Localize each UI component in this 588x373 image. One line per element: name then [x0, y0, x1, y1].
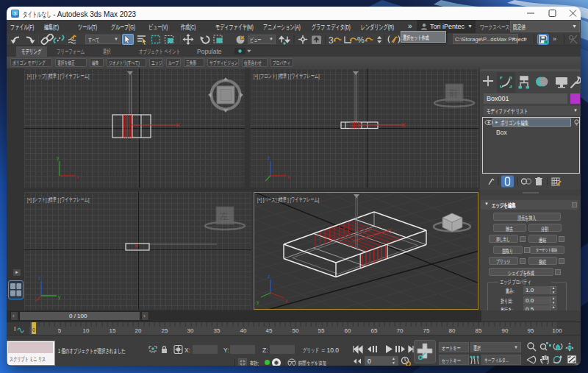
svg-text:y: y — [257, 299, 259, 305]
svg-text:I: I — [14, 325, 16, 333]
svg-text:x: x — [76, 174, 79, 180]
svg-text:z: z — [268, 274, 270, 279]
svg-text:y: y — [57, 155, 60, 161]
svg-text:3: 3 — [329, 35, 334, 46]
svg-text:前: 前 — [449, 88, 458, 99]
svg-text:z: z — [268, 155, 270, 160]
svg-text:z: z — [38, 275, 41, 280]
svg-text:%: % — [357, 35, 365, 44]
svg-text:左: 左 — [219, 211, 229, 221]
svg-text:x: x — [287, 174, 290, 180]
svg-text:y: y — [58, 294, 61, 300]
svg-text:x: x — [285, 298, 288, 303]
svg-text:3: 3 — [14, 10, 17, 15]
